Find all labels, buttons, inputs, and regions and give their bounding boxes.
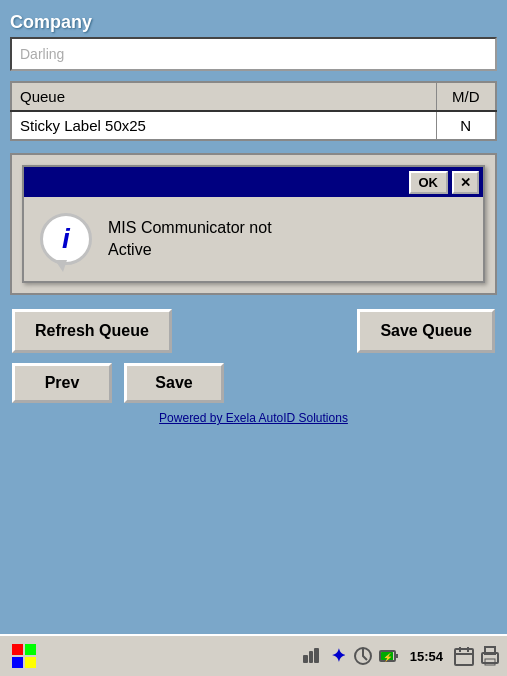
dialog-message: MIS Communicator not Active [108,217,272,262]
taskbar: ✦ ⚡ 15:54 [0,634,507,676]
dialog-close-button[interactable]: ✕ [452,171,479,194]
refresh-queue-button[interactable]: Refresh Queue [12,309,172,353]
queue-table: Queue M/D Sticky Label 50x25 N [10,81,497,141]
dialog-body: i MIS Communicator not Active [24,197,483,281]
company-label: Company [10,12,497,33]
save-queue-button[interactable]: Save Queue [357,309,495,353]
svg-rect-0 [12,644,23,655]
svg-rect-3 [25,657,36,668]
svg-text:✦: ✦ [331,646,345,666]
svg-rect-4 [303,655,308,663]
company-input[interactable] [10,37,497,71]
svg-rect-1 [25,644,36,655]
svg-rect-10 [395,654,398,658]
queue-row-label: Sticky Label 50x25 [11,111,436,140]
save-button[interactable]: Save [124,363,224,403]
bluetooth-icon: ✦ [326,645,348,667]
table-row: Sticky Label 50x25 N [11,111,496,140]
printer-icon[interactable] [479,645,501,667]
info-icon: i [40,213,92,265]
prev-button[interactable]: Prev [12,363,112,403]
dialog-container: OK ✕ i MIS Communicator not Active [10,153,497,295]
dialog-box: OK ✕ i MIS Communicator not Active [22,165,485,283]
battery-icon: ⚡ [378,645,400,667]
calendar-icon[interactable] [453,645,475,667]
taskbar-time: 15:54 [410,649,443,664]
md-col-header: M/D [436,82,496,111]
powered-by-link[interactable]: Powered by Exela AutoID Solutions [10,411,497,425]
network-icon [300,645,322,667]
info-letter: i [62,223,70,255]
svg-rect-5 [309,651,313,663]
queue-row-md: N [436,111,496,140]
svg-text:⚡: ⚡ [383,652,393,662]
svg-rect-6 [314,648,319,663]
dialog-ok-button[interactable]: OK [409,171,449,194]
queue-col-header: Queue [11,82,436,111]
tray-icons: ✦ ⚡ 15:54 [300,645,501,667]
sync-icon [352,645,374,667]
bottom-buttons-row2: Prev Save [10,363,497,403]
start-button[interactable] [6,640,42,672]
svg-rect-2 [12,657,23,668]
bottom-buttons-row1: Refresh Queue Save Queue [10,309,497,353]
dialog-titlebar: OK ✕ [24,167,483,197]
svg-rect-13 [455,649,473,665]
